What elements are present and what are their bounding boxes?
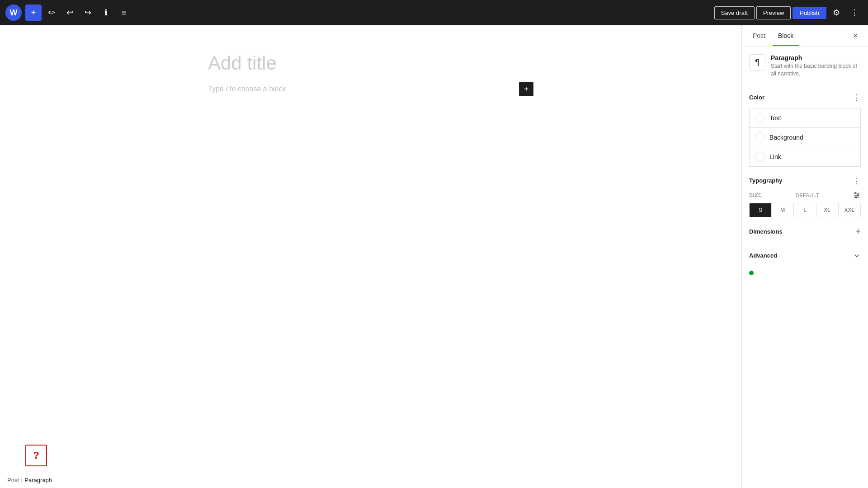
dimensions-section-title: Dimensions bbox=[749, 228, 783, 235]
list-view-button[interactable]: ≡ bbox=[116, 5, 132, 21]
block-name: Paragraph bbox=[771, 54, 861, 61]
color-section-title: Color bbox=[749, 94, 764, 101]
color-section-header: Color ⋮ bbox=[749, 93, 861, 103]
tab-post[interactable]: Post bbox=[747, 27, 771, 46]
edit-button[interactable]: ✏ bbox=[43, 5, 60, 21]
divider-1 bbox=[749, 87, 861, 87]
tab-block[interactable]: Block bbox=[773, 27, 799, 46]
color-background-label: Background bbox=[769, 134, 803, 141]
breadcrumb: Post › Paragraph bbox=[0, 472, 741, 488]
dimensions-header: Dimensions + bbox=[749, 226, 861, 237]
color-text-row[interactable]: Text bbox=[749, 108, 861, 127]
sidebar-tabs: Post Block × bbox=[742, 25, 868, 47]
info-button[interactable]: ℹ bbox=[98, 5, 114, 21]
divider-2 bbox=[749, 246, 861, 246]
inline-add-block-button[interactable]: + bbox=[519, 82, 533, 96]
svg-point-4 bbox=[858, 194, 859, 196]
color-section: Color ⋮ Text Background Link bbox=[749, 93, 861, 167]
breadcrumb-separator: › bbox=[21, 477, 23, 483]
color-link-swatch bbox=[755, 152, 765, 162]
settings-button[interactable]: ⚙ bbox=[828, 5, 844, 21]
color-text-label: Text bbox=[769, 114, 781, 122]
advanced-section-title: Advanced bbox=[749, 252, 777, 259]
color-text-swatch bbox=[755, 113, 765, 123]
dimensions-section: Dimensions + bbox=[749, 226, 861, 237]
color-link-label: Link bbox=[769, 153, 781, 160]
sidebar: Post Block × ¶ Paragraph Start with the … bbox=[741, 25, 868, 488]
toolbar-right: Save draft Preview Publish ⚙ ⋮ bbox=[714, 5, 863, 21]
breadcrumb-current: Paragraph bbox=[24, 477, 52, 483]
size-buttons-group: S M L XL XXL bbox=[749, 203, 861, 217]
help-button[interactable]: ? bbox=[25, 445, 47, 466]
typography-section-title: Typography bbox=[749, 177, 782, 184]
sidebar-content: ¶ Paragraph Start with the basic buildin… bbox=[742, 47, 868, 488]
save-draft-button[interactable]: Save draft bbox=[714, 6, 755, 19]
more-options-button[interactable]: ⋮ bbox=[846, 5, 863, 21]
advanced-section: Advanced bbox=[749, 252, 861, 260]
color-background-row[interactable]: Background bbox=[749, 127, 861, 147]
breadcrumb-post[interactable]: Post bbox=[7, 477, 19, 483]
block-info: ¶ Paragraph Start with the basic buildin… bbox=[749, 54, 861, 78]
block-info-text: Paragraph Start with the basic building … bbox=[771, 54, 861, 78]
indicator-area bbox=[749, 269, 861, 278]
post-title[interactable]: Add title bbox=[208, 52, 533, 74]
toolbar: W + ✏ ↩ ↪ ℹ ≡ Save draft Preview Publish… bbox=[0, 0, 868, 25]
size-adjust-button[interactable] bbox=[853, 191, 861, 199]
size-s-button[interactable]: S bbox=[750, 203, 772, 217]
dimensions-add-button[interactable]: + bbox=[855, 226, 861, 237]
size-m-button[interactable]: M bbox=[772, 203, 794, 217]
publish-button[interactable]: Publish bbox=[793, 7, 826, 19]
editor-area: Add title Type / to choose a block + bbox=[208, 52, 533, 93]
color-link-row[interactable]: Link bbox=[749, 147, 861, 167]
block-placeholder[interactable]: Type / to choose a block + bbox=[208, 85, 533, 93]
advanced-toggle-button[interactable] bbox=[853, 252, 861, 260]
svg-point-3 bbox=[855, 192, 856, 194]
size-default-label: DEFAULT bbox=[796, 192, 819, 198]
sidebar-close-button[interactable]: × bbox=[848, 29, 863, 43]
wp-logo[interactable]: W bbox=[5, 5, 22, 21]
size-row: SIZE DEFAULT bbox=[749, 191, 861, 199]
typography-section-header: Typography ⋮ bbox=[749, 176, 861, 186]
preview-button[interactable]: Preview bbox=[756, 6, 791, 19]
size-label: SIZE bbox=[749, 192, 762, 198]
status-dot bbox=[749, 271, 754, 275]
undo-button[interactable]: ↩ bbox=[61, 5, 78, 21]
block-placeholder-text: Type / to choose a block bbox=[208, 85, 533, 93]
size-xl-button[interactable]: XL bbox=[816, 203, 839, 217]
color-more-button[interactable]: ⋮ bbox=[853, 93, 861, 103]
typography-more-button[interactable]: ⋮ bbox=[853, 176, 861, 186]
svg-point-5 bbox=[855, 197, 857, 198]
size-xxl-button[interactable]: XXL bbox=[839, 203, 860, 217]
block-paragraph-icon: ¶ bbox=[749, 54, 765, 70]
typography-section: Typography ⋮ SIZE DEFAULT S M L XL XXL bbox=[749, 176, 861, 217]
block-description: Start with the basic building block of a… bbox=[771, 62, 861, 78]
add-block-button[interactable]: + bbox=[25, 5, 42, 21]
advanced-header: Advanced bbox=[749, 252, 861, 260]
main-content: Add title Type / to choose a block + bbox=[0, 25, 741, 488]
redo-button[interactable]: ↪ bbox=[80, 5, 96, 21]
size-l-button[interactable]: L bbox=[794, 203, 816, 217]
color-background-swatch bbox=[755, 132, 765, 142]
